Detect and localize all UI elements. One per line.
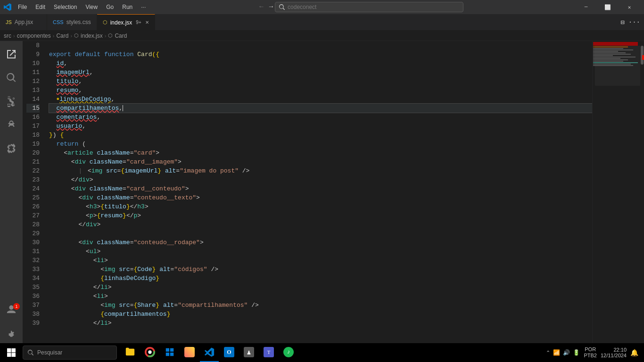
breadcrumb-file-icon: ⬡ (74, 33, 79, 39)
line-num-9: 9 (26, 50, 40, 59)
code-line-29 (49, 229, 592, 238)
search-bar[interactable] (275, 2, 463, 12)
nav-arrows: ← → (257, 2, 275, 12)
minimap-scrollbar[interactable] (640, 41, 644, 350)
search-input[interactable] (288, 4, 429, 10)
line-num-8: 8 (26, 41, 40, 50)
tab-bar-actions: ⊟ ··· (620, 18, 644, 26)
notification-icon[interactable]: 🔔 (630, 349, 638, 356)
tab-index-jsx[interactable]: ⬡ index.jsx 9+ ✕ (97, 14, 155, 31)
taskbar-app-outlook[interactable]: O (220, 343, 239, 362)
line-num-29: 29 (26, 229, 40, 238)
code-line-8 (49, 41, 592, 50)
line-num-28: 28 (26, 220, 40, 229)
taskbar-app-spotify[interactable]: ♪ (279, 343, 298, 362)
chevron-icon[interactable]: ⌃ (546, 350, 550, 356)
line-num-39: 39 (26, 319, 40, 328)
taskbar-app-chess[interactable]: ♟ (239, 343, 258, 362)
taskbar-lang-time: PORPTB2 22:10 12/11/2024 🔔 (584, 346, 638, 359)
taskbar-app-store[interactable] (160, 343, 179, 362)
menu-more[interactable]: ··· (137, 2, 149, 12)
split-editor-icon[interactable]: ⊟ (620, 18, 624, 26)
tab-styles-css[interactable]: CSS styles.css (47, 14, 97, 31)
menu-edit[interactable]: Edit (32, 2, 49, 12)
taskbar-app-vscode[interactable] (200, 343, 219, 362)
line-num-15: 15 (26, 104, 40, 113)
close-button[interactable]: ✕ (619, 0, 640, 14)
line-num-27: 27 (26, 211, 40, 220)
line-num-16: 16 (26, 113, 40, 122)
breadcrumb-index-jsx[interactable]: index.jsx (81, 33, 103, 39)
line-num-20: 20 (26, 148, 40, 157)
taskbar-app-chrome[interactable] (140, 343, 159, 362)
line-num-14: 14 (26, 95, 40, 104)
code-line-14: ●linhasDeCodigo, (49, 95, 592, 104)
line-num-33: 33 (26, 265, 40, 274)
code-line-16: comentarios, (49, 113, 592, 122)
more-actions-icon[interactable]: ··· (628, 18, 640, 26)
taskbar-sys-icons: ⌃ 📶 🔊 🔋 (546, 349, 580, 356)
keyboard-lang[interactable]: PORPTB2 (584, 346, 597, 359)
menu-selection[interactable]: Selection (50, 2, 81, 12)
window-controls: ─ ⬜ ✕ (575, 0, 640, 14)
code-line-26: <h3>{titulo}</h3> (49, 202, 592, 211)
activity-extensions[interactable] (0, 137, 23, 160)
code-line-13: resumo, (49, 86, 592, 95)
activity-debug[interactable] (0, 114, 23, 136)
line-num-30: 30 (26, 238, 40, 247)
battery-icon[interactable]: 🔋 (573, 349, 580, 356)
menu-run[interactable]: Run (118, 2, 136, 12)
nav-back[interactable]: ← (257, 2, 265, 12)
clock-date: 12/11/2024 (601, 353, 627, 358)
breadcrumb: src › componentes › Card › ⬡ index.jsx ›… (0, 31, 644, 41)
tab-bar: JS App.jsx CSS styles.css ⬡ index.jsx 9+… (0, 14, 644, 31)
menu-bar: File Edit Selection View Go Run ··· (14, 2, 149, 12)
taskbar-app-teams[interactable]: T (259, 343, 278, 362)
account-badge: 1 (13, 303, 20, 310)
code-line-31: <ul> (49, 247, 592, 256)
taskbar-clock[interactable]: 22:10 12/11/2024 (601, 347, 627, 358)
line-num-34: 34 (26, 274, 40, 283)
line-num-22: 22 (26, 166, 40, 175)
tab-app-jsx[interactable]: JS App.jsx (0, 14, 47, 31)
code-line-22: | <img src={imagemUrl} alt="imagem do po… (49, 166, 592, 175)
taskbar-app-files[interactable] (121, 343, 140, 362)
code-content[interactable]: export default function Card({ id, image… (45, 41, 592, 350)
start-button[interactable] (2, 343, 21, 362)
tab-close-active[interactable]: ✕ (145, 20, 149, 25)
tab-count: 9+ (136, 20, 141, 25)
minimize-button[interactable]: ─ (575, 0, 597, 14)
activity-search[interactable] (0, 66, 23, 89)
nav-forward[interactable]: → (267, 2, 275, 12)
breadcrumb-src[interactable]: src (4, 33, 11, 39)
line-num-11: 11 (26, 68, 40, 77)
taskbar-app-photos[interactable] (180, 343, 199, 362)
code-line-17: usuario, (49, 122, 592, 131)
maximize-button[interactable]: ⬜ (597, 0, 619, 14)
title-bar-center: ← → (153, 2, 568, 12)
activity-source-control[interactable] (0, 90, 23, 113)
menu-file[interactable]: File (14, 2, 31, 12)
breadcrumb-card-symbol[interactable]: Card (115, 33, 127, 39)
code-line-11: imagemUrl, (49, 68, 592, 77)
menu-go[interactable]: Go (102, 2, 117, 12)
activity-account[interactable]: 1 (0, 300, 23, 323)
breadcrumb-componentes[interactable]: componentes (17, 33, 51, 39)
activity-bar: 1 (0, 41, 23, 350)
line-num-36: 36 (26, 292, 40, 301)
line-num-32: 32 (26, 256, 40, 265)
taskbar-search[interactable]: Pesquisar (23, 346, 117, 360)
search-icon (279, 4, 285, 10)
activity-explorer[interactable] (0, 43, 23, 66)
tab-icon-css: CSS (53, 19, 64, 25)
volume-icon[interactable]: 🔊 (563, 349, 570, 356)
network-icon[interactable]: 📶 (553, 349, 560, 356)
taskbar-apps: O ♟ T ♪ (121, 343, 298, 362)
breadcrumb-card-folder[interactable]: Card (56, 33, 68, 39)
svg-point-0 (148, 350, 151, 354)
code-editor[interactable]: 8 9 10 11 12 13 14 15 16 17 18 19 20 21 … (23, 41, 644, 350)
code-line-27: <p>{resumo}</p> (49, 211, 592, 220)
minimap-background (592, 41, 644, 350)
title-bar: File Edit Selection View Go Run ··· ← → … (0, 0, 644, 14)
menu-view[interactable]: View (82, 2, 101, 12)
